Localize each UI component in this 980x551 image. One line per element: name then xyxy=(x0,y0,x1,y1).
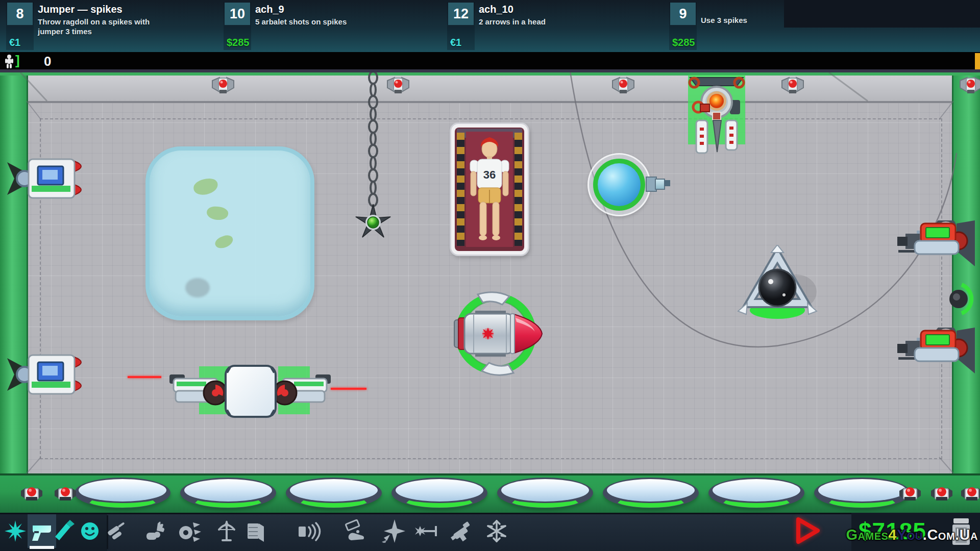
watermark-you: You xyxy=(897,527,923,543)
watermark-domain: .Com.Ua xyxy=(923,527,978,543)
pool-frog xyxy=(206,205,229,221)
top-wall xyxy=(0,76,980,103)
ceiling-mount[interactable] xyxy=(959,77,980,95)
ragdoll-icon xyxy=(4,54,14,68)
topbar-dark-panel xyxy=(784,0,980,28)
achievement-reward: €1 xyxy=(450,37,461,48)
blue-ball-launcher[interactable] xyxy=(587,153,651,216)
pool-frog xyxy=(192,177,219,196)
wall-gun-right-top[interactable] xyxy=(894,220,977,267)
acid-pour-icon[interactable] xyxy=(345,519,368,543)
blaster-icon[interactable] xyxy=(451,519,474,543)
achievements-bar: 8 Jumper — spikes Throw ragdoll on a spi… xyxy=(0,0,980,52)
double-laser-gun[interactable] xyxy=(158,363,342,419)
knife-icon[interactable] xyxy=(53,519,77,543)
ceiling-mount[interactable] xyxy=(211,77,235,95)
achievement-title: Jumper — spikes xyxy=(38,4,122,15)
achievement-reward: €1 xyxy=(9,37,20,48)
laser-beam-left xyxy=(128,376,161,378)
rocket-in-ring[interactable] xyxy=(447,288,547,379)
flame-turret[interactable] xyxy=(686,70,747,156)
achievement-description: 5 arbalet shots on spikes xyxy=(255,17,403,27)
selected-tool-underline xyxy=(30,546,54,549)
card-interior: 36 xyxy=(455,128,524,251)
smiley-icon[interactable] xyxy=(78,519,102,543)
crossbow-icon[interactable] xyxy=(215,519,238,543)
wall-top-edge xyxy=(0,69,980,72)
game-screen: 36 xyxy=(0,0,980,551)
pistol-icon[interactable] xyxy=(30,519,54,543)
spike-ball[interactable] xyxy=(355,204,391,241)
ragdoll: 36 xyxy=(464,133,515,247)
spike-bar-icon[interactable] xyxy=(415,519,438,543)
counter-bar xyxy=(0,52,980,71)
plates-icon[interactable] xyxy=(243,519,267,543)
pool-smudge xyxy=(185,278,210,297)
achievement-description: 2 arrows in a head xyxy=(479,17,627,27)
play-button[interactable] xyxy=(790,514,823,547)
injector-icon[interactable] xyxy=(105,519,129,543)
floor-band xyxy=(0,473,980,515)
ragdoll-card[interactable]: 36 xyxy=(451,124,528,255)
hand-fire-icon[interactable] xyxy=(143,519,167,543)
blue-ball-sphere xyxy=(598,163,641,206)
wall-port-orb[interactable] xyxy=(944,281,977,317)
achievement-reward: $285 xyxy=(227,37,250,48)
achievement-number: 10 xyxy=(225,3,250,25)
chain[interactable] xyxy=(366,71,380,208)
blue-ball-nozzle-mid xyxy=(655,179,665,190)
achievement-description: Use 3 spikes xyxy=(701,15,813,25)
counter-marker: ] xyxy=(15,53,20,68)
achievement-number: 12 xyxy=(448,3,474,25)
achievement-number: 8 xyxy=(7,3,33,25)
shuriken-launcher[interactable] xyxy=(734,245,821,324)
speaker-waves-icon[interactable] xyxy=(298,519,321,543)
ice-pool[interactable] xyxy=(145,146,314,320)
achievement-title: ach_10 xyxy=(479,4,513,15)
ceiling-mount[interactable] xyxy=(611,77,635,95)
left-wall xyxy=(0,76,28,513)
shuriken-icon[interactable] xyxy=(382,519,405,543)
achievement-number: 9 xyxy=(670,3,696,25)
pool-frog xyxy=(213,234,234,251)
rocket-launcher-left-bottom[interactable] xyxy=(5,349,83,400)
hazard-stripe-right xyxy=(514,133,522,246)
svg-text:36: 36 xyxy=(483,168,496,181)
saw-blades-icon[interactable] xyxy=(178,519,201,543)
achievement-title: ach_9 xyxy=(255,4,284,15)
bar-edge-sliver xyxy=(975,53,980,69)
ceiling-mount[interactable] xyxy=(386,77,410,95)
spike-ball-icon[interactable] xyxy=(4,519,27,543)
watermark-games: Games xyxy=(846,527,889,543)
achievement-reward: $285 xyxy=(672,37,695,48)
site-watermark: Games4You.Com.Ua xyxy=(846,527,978,543)
hazard-stripe-left xyxy=(457,133,464,246)
counter-value: 0 xyxy=(44,54,51,69)
achievement-description: Throw ragdoll on a spikes with jumper 3 … xyxy=(38,17,173,36)
wall-gun-right-bottom[interactable] xyxy=(894,328,977,374)
watermark-4: 4 xyxy=(888,527,897,543)
rocket-launcher-left-top[interactable] xyxy=(5,153,83,204)
blue-ball-nozzle-tip xyxy=(664,180,670,186)
snowflake-icon[interactable] xyxy=(485,519,508,543)
ceiling-mount[interactable] xyxy=(781,77,804,95)
